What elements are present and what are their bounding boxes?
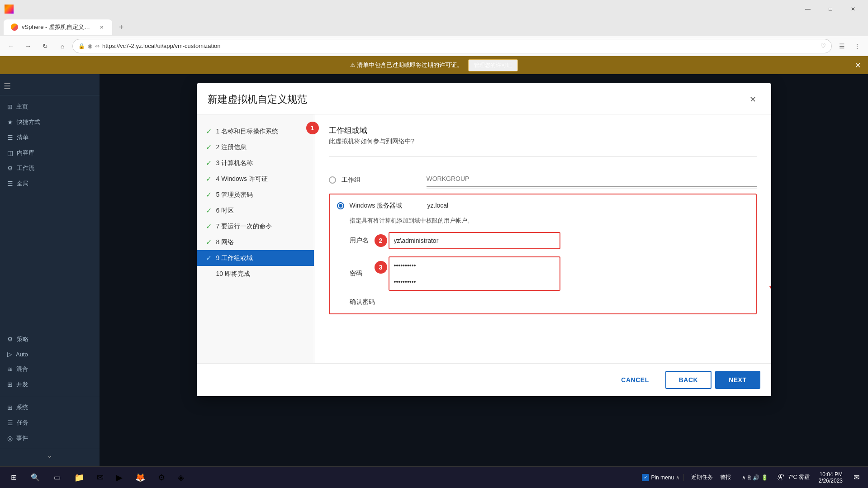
step-4-check: ✓ bbox=[206, 175, 212, 183]
password-input[interactable] bbox=[389, 256, 560, 274]
pin-menu-expand[interactable]: ∧ bbox=[676, 474, 680, 481]
bookmark-icon[interactable]: ♡ bbox=[821, 43, 826, 49]
confirm-password-input[interactable] bbox=[389, 274, 560, 291]
maximize-button[interactable]: □ bbox=[820, 2, 841, 16]
collapse-nav-button[interactable]: ⌄ bbox=[47, 452, 52, 459]
nav-item-system-label: 系统 bbox=[16, 403, 28, 412]
taskbar-app2[interactable]: ◈ bbox=[172, 469, 190, 487]
cancel-button[interactable]: CANCEL bbox=[608, 371, 661, 389]
taskbar-time: 10:04 PM 2/26/2023 bbox=[815, 471, 846, 484]
nav-item-dev[interactable]: ⊞ 开发 bbox=[0, 377, 100, 392]
taskbar-firefox[interactable]: 🦊 bbox=[130, 469, 151, 487]
forward-button[interactable]: → bbox=[21, 39, 35, 53]
nav-item-global-label: 全局 bbox=[17, 180, 28, 188]
dialog-close-button[interactable]: ✕ bbox=[746, 92, 760, 107]
workgroup-radio-container: 工作组 bbox=[329, 176, 419, 184]
back-button[interactable]: ← bbox=[4, 39, 18, 53]
nav-item-home[interactable]: ⊞ 主页 bbox=[0, 99, 100, 114]
recent-tasks-tab[interactable]: 近期任务 bbox=[691, 474, 713, 481]
nav-item-inventory[interactable]: ☰ 清单 bbox=[0, 130, 100, 145]
tasks-nav-icon: ☰ bbox=[7, 419, 13, 426]
workgroup-radio[interactable] bbox=[329, 176, 336, 184]
nav-item-contentlib[interactable]: ◫ 内容库 bbox=[0, 145, 100, 161]
hamburger-icon[interactable]: ☰ bbox=[4, 81, 11, 91]
minimize-button[interactable]: — bbox=[797, 2, 818, 16]
start-button[interactable]: ⊞ bbox=[4, 469, 24, 487]
domain-radio[interactable] bbox=[337, 202, 344, 209]
browser-icon bbox=[5, 5, 14, 14]
next-button[interactable]: NEXT bbox=[715, 371, 760, 389]
step-2[interactable]: ✓ 2 注册信息 bbox=[197, 139, 314, 155]
dialog-body: ✓ 1 名称和目标操作系统 ✓ 2 注册信息 ✓ 3 计算机名称 ✓ 4 Win… bbox=[197, 114, 771, 363]
step-10[interactable]: ✓ 10 即将完成 bbox=[197, 266, 314, 282]
step-1[interactable]: ✓ 1 名称和目标操作系统 bbox=[197, 123, 314, 139]
step-3[interactable]: ✓ 3 计算机名称 bbox=[197, 155, 314, 171]
nav-item-shortcuts[interactable]: ★ 快捷方式 bbox=[0, 114, 100, 130]
manage-license-button[interactable]: 管理您的许可证 bbox=[468, 59, 518, 71]
notification-close-button[interactable]: ✕ bbox=[855, 61, 861, 70]
nav-item-global[interactable]: ☰ 全局 bbox=[0, 176, 100, 191]
expand-tray-icon[interactable]: ∧ bbox=[742, 474, 746, 481]
shield-icon: ◉ bbox=[88, 43, 92, 49]
confirm-password-row: 确认密码 bbox=[350, 298, 749, 306]
back-button[interactable]: BACK bbox=[665, 371, 711, 389]
workgroup-input-wrapper bbox=[427, 171, 757, 189]
red-arrow-indicator bbox=[769, 205, 771, 296]
weather-icon: ⛈ bbox=[777, 474, 784, 482]
tab-favicon bbox=[11, 24, 18, 31]
extensions-button[interactable]: ☰ bbox=[835, 39, 849, 53]
nav-item-events[interactable]: ◎ 事件 bbox=[0, 431, 100, 446]
username-input[interactable] bbox=[389, 232, 560, 249]
nav-item-events-label: 事件 bbox=[16, 434, 28, 442]
notification-text: ⚠ 清单中包含已过期或即将过期的许可证。 bbox=[350, 61, 463, 69]
refresh-button[interactable]: ↻ bbox=[38, 39, 52, 53]
domain-input[interactable] bbox=[427, 200, 749, 211]
indicator-1: 1 bbox=[306, 122, 319, 134]
indicator-2: 2 bbox=[375, 234, 387, 247]
task-view-button[interactable]: ▭ bbox=[47, 469, 67, 487]
notification-center-button[interactable]: ✉ bbox=[848, 469, 864, 487]
title-bar: — □ ✕ bbox=[0, 0, 868, 18]
nav-item-auto[interactable]: ▷ Auto bbox=[0, 347, 100, 361]
hybrid-nav-icon: ≋ bbox=[7, 365, 13, 373]
address-bar[interactable]: 🔒 ◉ ⇔ https://vc7-2.yz.local/ui/app/vm-c… bbox=[72, 39, 832, 53]
taskbar-file-explorer[interactable]: 📁 bbox=[69, 469, 90, 487]
weather-time-section: ⛈ 7°C 雾霾 bbox=[773, 474, 813, 482]
system-nav-icon: ⊞ bbox=[7, 404, 13, 411]
step-6[interactable]: ✓ 6 时区 bbox=[197, 203, 314, 218]
step-9[interactable]: ✓ 9 工作组或域 bbox=[197, 250, 314, 266]
dev-nav-icon: ⊞ bbox=[7, 381, 13, 388]
step-9-check: ✓ bbox=[206, 254, 212, 262]
workgroup-section: 工作组 bbox=[329, 166, 757, 194]
taskbar-terminal[interactable]: ▶ bbox=[111, 469, 128, 487]
separator bbox=[329, 156, 757, 157]
step-4[interactable]: ✓ 4 Windows 许可证 bbox=[197, 171, 314, 187]
app1-icon: ⚙ bbox=[158, 473, 165, 483]
home-button[interactable]: ⌂ bbox=[55, 39, 70, 53]
nav-item-system[interactable]: ⊞ 系统 bbox=[0, 400, 100, 415]
new-tab-button[interactable]: + bbox=[114, 20, 128, 34]
nav-item-workflow[interactable]: ⚙ 工作流 bbox=[0, 161, 100, 176]
step-5[interactable]: ✓ 5 管理员密码 bbox=[197, 187, 314, 203]
step-8[interactable]: ✓ 8 网络 bbox=[197, 234, 314, 250]
step-8-check: ✓ bbox=[206, 238, 212, 246]
step-7[interactable]: ✓ 7 要运行一次的命令 bbox=[197, 218, 314, 234]
nav-item-auto-label: Auto bbox=[16, 351, 28, 358]
taskbar-mail[interactable]: ✉ bbox=[91, 469, 109, 487]
taskbar-app1[interactable]: ⚙ bbox=[152, 469, 171, 487]
menu-button[interactable]: ⋮ bbox=[850, 39, 864, 53]
active-tab[interactable]: vSphere - 虚拟机自定义规范 ✕ bbox=[4, 19, 112, 35]
pin-menu-section: ✓ Pin menu ∧ bbox=[638, 474, 684, 481]
pin-menu-checkbox[interactable]: ✓ bbox=[642, 474, 649, 481]
alerts-tab[interactable]: 警报 bbox=[720, 474, 731, 481]
nav-item-policies[interactable]: ⚙ 策略 bbox=[0, 332, 100, 347]
nav-item-hybrid[interactable]: ≋ 混合 bbox=[0, 361, 100, 377]
tab-close-button[interactable]: ✕ bbox=[98, 24, 105, 31]
nav-item-tasks[interactable]: ☰ 任务 bbox=[0, 415, 100, 431]
step-10-label: 10 即将完成 bbox=[216, 270, 250, 278]
search-taskbar-button[interactable]: 🔍 bbox=[25, 469, 45, 487]
workgroup-input[interactable] bbox=[427, 171, 757, 187]
nav-item-contentlib-label: 内容库 bbox=[17, 149, 34, 157]
close-window-button[interactable]: ✕ bbox=[843, 2, 863, 16]
step-2-check: ✓ bbox=[206, 143, 212, 152]
